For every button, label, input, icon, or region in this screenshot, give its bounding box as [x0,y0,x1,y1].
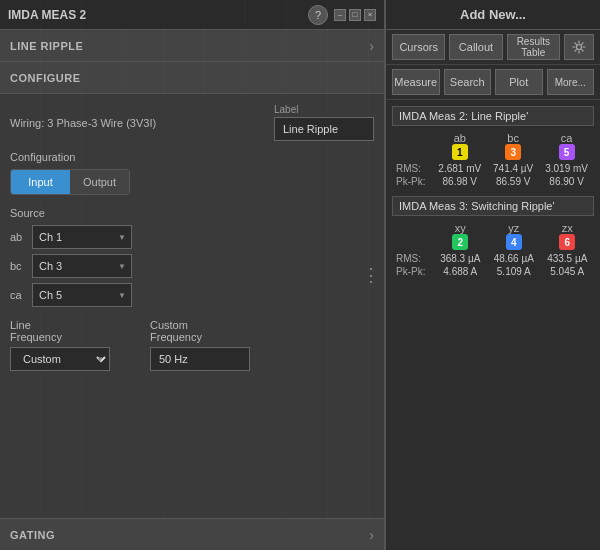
add-new-title: Add New... [460,7,526,22]
plot-button[interactable]: Plot [495,69,543,95]
custom-freq-label: CustomFrequency [150,319,250,343]
button-row-2: Measure Search Plot More... [386,65,600,100]
configure-header[interactable]: CONFIGURE [0,62,384,94]
meas2-col-bc: bc 3 [487,130,539,162]
meas2-title: IMDA Meas 2: Line Ripple' [392,106,594,126]
meas3-pkpk-yz: 5.109 A [487,265,540,278]
source-select-ab[interactable]: Ch 1 Ch 2 Ch 3 [32,225,132,249]
meas2-row-rms: RMS: 2.681 mV 741.4 µV 3.019 mV [392,162,594,175]
meas2-badge-ab: 1 [452,144,468,160]
line-ripple-header[interactable]: LINE RIPPLE › [0,30,384,62]
close-button[interactable]: × [364,9,376,21]
source-select-ca[interactable]: Ch 5 Ch 1 Ch 3 [32,283,132,307]
meas2-rms-ab: 2.681 mV [432,162,487,175]
line-freq-label: LineFrequency [10,319,110,343]
wiring-row: Wiring: 3 Phase-3 Wire (3V3I) Label [10,104,374,141]
line-freq-select[interactable]: Custom 50 Hz 60 Hz [10,347,110,371]
callout-button[interactable]: Callout [449,34,502,60]
source-label-ab: ab [10,231,32,243]
left-panel: IMDA MEAS 2 ? – □ × LINE RIPPLE › CONFIG… [0,0,385,550]
settings-icon-button[interactable] [564,34,594,60]
window-controls: – □ × [334,9,376,21]
meas3-pkpk-zx: 5.045 A [541,265,595,278]
right-panel-title-bar: Add New... [386,0,600,30]
meas3-badge-yz: 4 [506,234,522,250]
label-input[interactable] [274,117,374,141]
meas2-rms-ca: 3.019 mV [539,162,594,175]
meas3-col-yz: yz 4 [487,220,540,252]
svg-point-0 [576,45,581,50]
input-toggle[interactable]: Input [11,170,70,194]
dots-menu[interactable]: ⋮ [362,266,380,284]
line-ripple-label: LINE RIPPLE [10,40,83,52]
title-bar: IMDA MEAS 2 ? – □ × [0,0,384,30]
meas3-pkpk-xy: 4.688 A [434,265,487,278]
meas3-title: IMDA Meas 3: Switching Ripple' [392,196,594,216]
configure-label: CONFIGURE [10,72,81,84]
line-ripple-chevron: › [369,38,374,54]
meas2-table: ab 1 bc 3 ca 5 RMS: 2.681 mV [392,130,594,188]
help-button[interactable]: ? [308,5,328,25]
line-freq-select-wrapper: Custom 50 Hz 60 Hz [10,347,110,371]
source-select-wrapper-bc: Ch 3 Ch 1 Ch 5 [32,254,132,278]
meas2-badge-ca: 5 [559,144,575,160]
custom-freq-group: CustomFrequency [150,319,250,371]
label-field-title: Label [274,104,298,115]
config-section: Configuration Input Output [10,151,374,195]
config-toggle-group: Input Output [10,169,130,195]
config-label: Configuration [10,151,374,163]
configure-content: Wiring: 3 Phase-3 Wire (3V3I) Label Conf… [0,94,384,381]
app-title: IMDA MEAS 2 [8,8,86,22]
meas2-pkpk-ca: 86.90 V [539,175,594,188]
meas2-col-ab: ab 1 [432,130,487,162]
line-freq-group: LineFrequency Custom 50 Hz 60 Hz [10,319,110,371]
source-row-bc: bc Ch 3 Ch 1 Ch 5 [10,254,374,278]
meas3-badge-zx: 6 [559,234,575,250]
meas2-badge-bc: 3 [505,144,521,160]
frequency-section: LineFrequency Custom 50 Hz 60 Hz CustomF… [10,319,374,371]
meas2-section: IMDA Meas 2: Line Ripple' ab 1 bc 3 ca 5 [386,100,600,292]
results-table-button[interactable]: ResultsTable [507,34,560,60]
source-label-bc: bc [10,260,32,272]
meas3-table: xy 2 yz 4 zx 6 RMS: 368.3 µA [392,220,594,278]
meas3-rms-xy: 368.3 µA [434,252,487,265]
meas3-pkpk-label: Pk-Pk: [392,265,434,278]
minimize-button[interactable]: – [334,9,346,21]
meas2-pkpk-label: Pk-Pk: [392,175,432,188]
source-select-wrapper-ab: Ch 1 Ch 2 Ch 3 [32,225,132,249]
more-button[interactable]: More... [547,69,595,95]
source-select-wrapper-ca: Ch 5 Ch 1 Ch 3 [32,283,132,307]
source-row-ca: ca Ch 5 Ch 1 Ch 3 [10,283,374,307]
button-row-1: Cursors Callout ResultsTable [386,30,600,65]
meas3-rms-label: RMS: [392,252,434,265]
right-panel: Add New... Cursors Callout ResultsTable … [385,0,600,550]
meas3-row-rms: RMS: 368.3 µA 48.66 µA 433.5 µA [392,252,594,265]
meas2-row-pkpk: Pk-Pk: 86.98 V 86.59 V 86.90 V [392,175,594,188]
meas2-pkpk-bc: 86.59 V [487,175,539,188]
gating-chevron: › [369,527,374,543]
meas3-row-pkpk: Pk-Pk: 4.688 A 5.109 A 5.045 A [392,265,594,278]
measure-button[interactable]: Measure [392,69,440,95]
source-section: Source ab Ch 1 Ch 2 Ch 3 bc Ch 3 Ch 1 [10,207,374,307]
source-select-bc[interactable]: Ch 3 Ch 1 Ch 5 [32,254,132,278]
search-button[interactable]: Search [444,69,492,95]
output-toggle[interactable]: Output [70,170,129,194]
source-row-ab: ab Ch 1 Ch 2 Ch 3 [10,225,374,249]
meas2-col-ca: ca 5 [539,130,594,162]
meas2-rms-bc: 741.4 µV [487,162,539,175]
meas3-col-xy: xy 2 [434,220,487,252]
wiring-text: Wiring: 3 Phase-3 Wire (3V3I) [10,117,156,129]
label-group: Label [274,104,374,141]
meas3-rms-yz: 48.66 µA [487,252,540,265]
meas3-rms-zx: 433.5 µA [541,252,595,265]
gating-label: GATING [10,529,55,541]
source-label-ca: ca [10,289,32,301]
meas3-col-zx: zx 6 [541,220,595,252]
gating-section[interactable]: GATING › [0,518,384,550]
meas3-badge-xy: 2 [452,234,468,250]
source-title: Source [10,207,374,219]
custom-freq-input[interactable] [150,347,250,371]
maximize-button[interactable]: □ [349,9,361,21]
meas2-pkpk-ab: 86.98 V [432,175,487,188]
cursors-button[interactable]: Cursors [392,34,445,60]
